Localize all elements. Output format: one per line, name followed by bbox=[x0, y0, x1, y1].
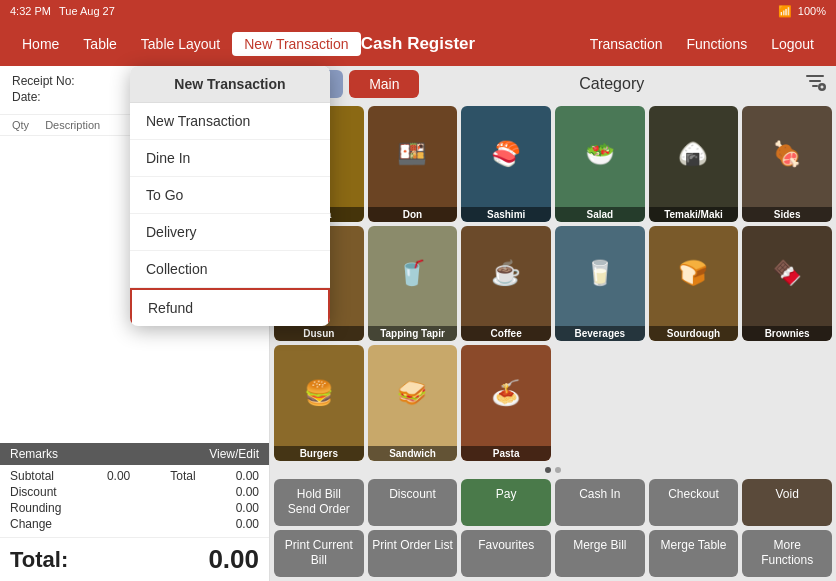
change-label: Change bbox=[10, 517, 52, 531]
cat-image: 🍞 bbox=[649, 226, 739, 322]
cat-label: Dusun bbox=[274, 326, 364, 341]
nav-functions[interactable]: Functions bbox=[674, 32, 759, 56]
bottom-btn-9[interactable]: Merge Bill bbox=[555, 530, 645, 577]
dot-2 bbox=[555, 467, 561, 473]
dropdown-item-delivery[interactable]: Delivery bbox=[130, 214, 330, 251]
bottom-btn-8[interactable]: Favourites bbox=[461, 530, 551, 577]
bottom-btn-6[interactable]: Print Current Bill bbox=[274, 530, 364, 577]
page-dots bbox=[270, 465, 836, 475]
category-item-coffee[interactable]: ☕ Coffee bbox=[461, 226, 551, 342]
cat-label: Don bbox=[368, 207, 458, 222]
remarks-bar: Remarks View/Edit bbox=[0, 443, 269, 465]
dot-1 bbox=[545, 467, 551, 473]
total-big-label: Total: bbox=[10, 547, 68, 573]
cat-label: Burgers bbox=[274, 446, 364, 461]
nav-table-layout[interactable]: Table Layout bbox=[129, 32, 232, 56]
nav-logout[interactable]: Logout bbox=[759, 32, 826, 56]
subtotal-row: Subtotal 0.00 Total 0.00 bbox=[10, 469, 259, 483]
category-item-beverages[interactable]: 🥛 Beverages bbox=[555, 226, 645, 342]
cat-label: Sourdough bbox=[649, 326, 739, 341]
dropdown-overlay: New Transaction New TransactionDine InTo… bbox=[130, 66, 330, 326]
bottom-btn-2[interactable]: Pay bbox=[461, 479, 551, 526]
discount-label: Discount bbox=[10, 485, 57, 499]
main-tab[interactable]: Main bbox=[349, 70, 419, 98]
wifi-icon: 📶 bbox=[778, 5, 792, 18]
rounding-label: Rounding bbox=[10, 501, 61, 515]
subtotal-label: Subtotal bbox=[10, 469, 54, 483]
cat-image: ☕ bbox=[461, 226, 551, 322]
col-qty: Qty bbox=[12, 119, 29, 131]
category-item-sashimi[interactable]: 🍣 Sashimi bbox=[461, 106, 551, 222]
cat-image: 🥛 bbox=[555, 226, 645, 322]
bottom-btn-4[interactable]: Checkout bbox=[649, 479, 739, 526]
category-item-brownies[interactable]: 🍫 Brownies bbox=[742, 226, 832, 342]
bottom-btn-11[interactable]: More Functions bbox=[742, 530, 832, 577]
category-item-sourdough[interactable]: 🍞 Sourdough bbox=[649, 226, 739, 342]
category-grid: 🍕 Pizza 🍱 Don 🍣 Sashimi 🥗 Salad 🍙 Temaki… bbox=[270, 102, 836, 465]
bottom-btn-7[interactable]: Print Order List bbox=[368, 530, 458, 577]
cat-label: Sashimi bbox=[461, 207, 551, 222]
cat-image: 🍫 bbox=[742, 226, 832, 322]
status-bar: 4:32 PM Tue Aug 27 📶 100% bbox=[0, 0, 836, 22]
bottom-btn-5[interactable]: Void bbox=[742, 479, 832, 526]
bottom-btn-1[interactable]: Discount bbox=[368, 479, 458, 526]
nav-left: Home Table Table Layout New Transaction bbox=[10, 32, 361, 56]
svg-rect-0 bbox=[806, 75, 824, 77]
svg-rect-2 bbox=[812, 85, 818, 87]
category-item-burgers[interactable]: 🍔 Burgers bbox=[274, 345, 364, 461]
dropdown-item-to-go[interactable]: To Go bbox=[130, 177, 330, 214]
nav-new-transaction[interactable]: New Transaction bbox=[232, 32, 360, 56]
bottom-btn-0[interactable]: Hold BillSend Order bbox=[274, 479, 364, 526]
cat-image: 🍱 bbox=[368, 106, 458, 202]
nav-title: Cash Register bbox=[361, 34, 475, 54]
category-header: Back Main Category bbox=[270, 66, 836, 102]
dropdown-item-refund[interactable]: Refund bbox=[130, 288, 330, 326]
time: 4:32 PM bbox=[10, 5, 51, 17]
dropdown-item-collection[interactable]: Collection bbox=[130, 251, 330, 288]
cat-label: Pasta bbox=[461, 446, 551, 461]
dropdown-item-new-transaction[interactable]: New Transaction bbox=[130, 103, 330, 140]
category-item-don[interactable]: 🍱 Don bbox=[368, 106, 458, 222]
nav-home[interactable]: Home bbox=[10, 32, 71, 56]
nav-bar: Home Table Table Layout New Transaction … bbox=[0, 22, 836, 66]
view-edit-button[interactable]: View/Edit bbox=[209, 447, 259, 461]
filter-icon[interactable] bbox=[804, 71, 826, 98]
bottom-buttons: Hold BillSend OrderDiscountPayCash InChe… bbox=[270, 475, 836, 581]
category-item-salad[interactable]: 🥗 Salad bbox=[555, 106, 645, 222]
cat-label: Coffee bbox=[461, 326, 551, 341]
subtotal-val: 0.00 bbox=[107, 469, 130, 483]
svg-rect-1 bbox=[809, 80, 821, 82]
dropdown-items: New TransactionDine InTo GoDeliveryColle… bbox=[130, 103, 330, 326]
change-row: Change 0.00 bbox=[10, 517, 259, 531]
bottom-btn-3[interactable]: Cash In bbox=[555, 479, 645, 526]
cat-image: 🍣 bbox=[461, 106, 551, 202]
category-item-sandwich[interactable]: 🥪 Sandwich bbox=[368, 345, 458, 461]
cat-label: Brownies bbox=[742, 326, 832, 341]
total-big: Total: 0.00 bbox=[0, 537, 269, 581]
nav-table[interactable]: Table bbox=[71, 32, 128, 56]
change-val: 0.00 bbox=[236, 517, 259, 531]
cat-label: Sandwich bbox=[368, 446, 458, 461]
cat-image: 🥪 bbox=[368, 345, 458, 441]
category-item-pasta[interactable]: 🍝 Pasta bbox=[461, 345, 551, 461]
main-layout: Receipt No: Date: Qty Description Remark… bbox=[0, 66, 836, 581]
category-item-sides[interactable]: 🍖 Sides bbox=[742, 106, 832, 222]
totals-section: Subtotal 0.00 Total 0.00 Discount 0.00 R… bbox=[0, 465, 269, 537]
right-panel: Back Main Category 🍕 Pizza 🍱 Don 🍣 S bbox=[270, 66, 836, 581]
total-mid-label: Total bbox=[170, 469, 195, 483]
cat-label: Sides bbox=[742, 207, 832, 222]
bottom-btn-10[interactable]: Merge Table bbox=[649, 530, 739, 577]
cat-image: 🥤 bbox=[368, 226, 458, 322]
category-item-tapping-tapir[interactable]: 🥤 Tapping Tapir bbox=[368, 226, 458, 342]
cat-label: Temaki/Maki bbox=[649, 207, 739, 222]
date: Tue Aug 27 bbox=[59, 5, 115, 17]
nav-transaction[interactable]: Transaction bbox=[578, 32, 675, 56]
rounding-row: Rounding 0.00 bbox=[10, 501, 259, 515]
total-big-amount: 0.00 bbox=[208, 544, 259, 575]
status-bar-right: 📶 100% bbox=[778, 5, 826, 18]
category-title: Category bbox=[425, 75, 798, 93]
cat-image: 🍔 bbox=[274, 345, 364, 441]
cat-label: Salad bbox=[555, 207, 645, 222]
category-item-temaki-maki[interactable]: 🍙 Temaki/Maki bbox=[649, 106, 739, 222]
dropdown-item-dine-in[interactable]: Dine In bbox=[130, 140, 330, 177]
